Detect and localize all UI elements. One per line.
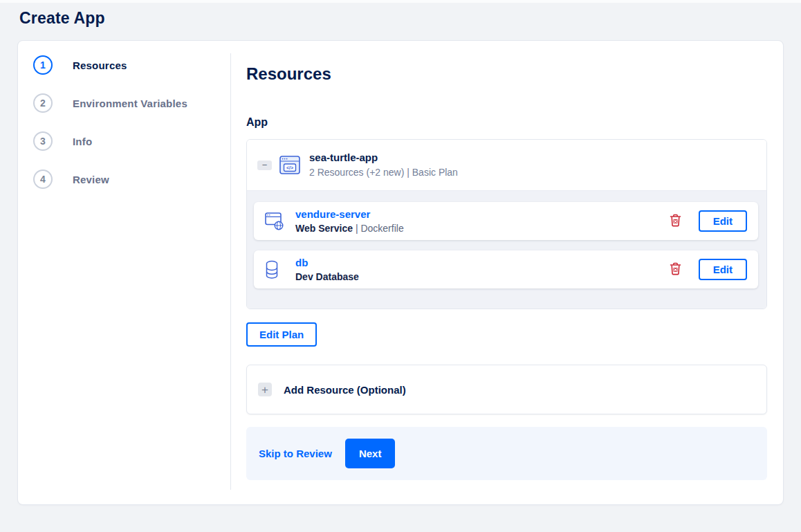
edit-resource-button[interactable]: Edit <box>699 210 747 232</box>
app-code-window-icon: </> <box>279 156 300 174</box>
step-label: Resources <box>73 59 127 71</box>
edit-plan-button[interactable]: Edit Plan <box>246 322 317 347</box>
resource-description: Dev Database <box>295 270 359 283</box>
resources-heading: Resources <box>246 64 767 84</box>
step-number-circle: 3 <box>33 131 53 151</box>
app-name: sea-turtle-app <box>309 152 458 164</box>
web-service-icon <box>265 212 286 230</box>
page-title: Create App <box>0 3 801 40</box>
resource-description: Web Service | Dockerfile <box>295 222 404 235</box>
add-resource-label: Add Resource (Optional) <box>284 384 406 396</box>
step-environment-variables[interactable]: 2 Environment Variables <box>33 93 231 113</box>
step-label: Review <box>73 174 109 185</box>
app-group-card: − </> sea-turtle-app 2 Resources <box>246 139 767 309</box>
code-glyph: </> <box>286 165 293 170</box>
app-card-body: vendure-server Web Service | Dockerfile <box>247 190 766 309</box>
resource-text-block: vendure-server Web Service | Dockerfile <box>295 208 404 235</box>
step-number-circle: 2 <box>33 93 53 113</box>
add-resource-panel[interactable]: + Add Resource (Optional) <box>246 365 767 414</box>
wizard-stepper: 1 Resources 2 Environment Variables 3 In… <box>18 41 231 504</box>
database-icon <box>265 260 286 279</box>
step-number-circle: 4 <box>33 169 53 189</box>
stepper-divider <box>230 53 231 490</box>
minus-icon: − <box>262 160 268 169</box>
resource-actions: Edit <box>668 259 747 280</box>
delete-resource-button[interactable] <box>668 212 683 230</box>
app-card-header: − </> sea-turtle-app 2 Resources <box>247 140 766 190</box>
next-button[interactable]: Next <box>345 439 396 468</box>
resource-name-link[interactable]: vendure-server <box>295 208 370 221</box>
resource-row-db: db Dev Database <box>254 250 758 288</box>
resource-name-link[interactable]: db <box>295 257 308 269</box>
resource-type: Web Service <box>295 223 353 234</box>
create-app-card: 1 Resources 2 Environment Variables 3 In… <box>17 40 784 505</box>
app-summary: 2 Resources (+2 new) | Basic Plan <box>309 167 458 178</box>
plus-icon: + <box>258 383 272 396</box>
resource-row-vendure-server: vendure-server Web Service | Dockerfile <box>254 202 758 240</box>
app-title-block: sea-turtle-app 2 Resources (+2 new) | Ba… <box>309 152 458 178</box>
resources-step-content: Resources App − </> <box>231 41 783 504</box>
step-resources[interactable]: 1 Resources <box>33 55 231 75</box>
wizard-footer: Skip to Review Next <box>246 427 767 480</box>
resource-source: | Dockerfile <box>353 223 404 234</box>
resource-type: Dev Database <box>295 271 359 282</box>
step-label: Environment Variables <box>73 98 187 109</box>
resource-actions: Edit <box>668 210 747 232</box>
app-section-label: App <box>246 116 767 129</box>
step-info[interactable]: 3 Info <box>33 131 231 151</box>
collapse-app-button[interactable]: − <box>257 160 272 170</box>
edit-resource-button[interactable]: Edit <box>699 259 747 280</box>
resource-text-block: db Dev Database <box>295 257 359 283</box>
step-review[interactable]: 4 Review <box>33 169 231 189</box>
step-number-circle: 1 <box>33 55 53 75</box>
step-label: Info <box>73 136 92 147</box>
skip-to-review-link[interactable]: Skip to Review <box>259 448 332 459</box>
trash-icon <box>670 214 681 229</box>
trash-icon <box>670 262 681 277</box>
delete-resource-button[interactable] <box>668 261 683 279</box>
